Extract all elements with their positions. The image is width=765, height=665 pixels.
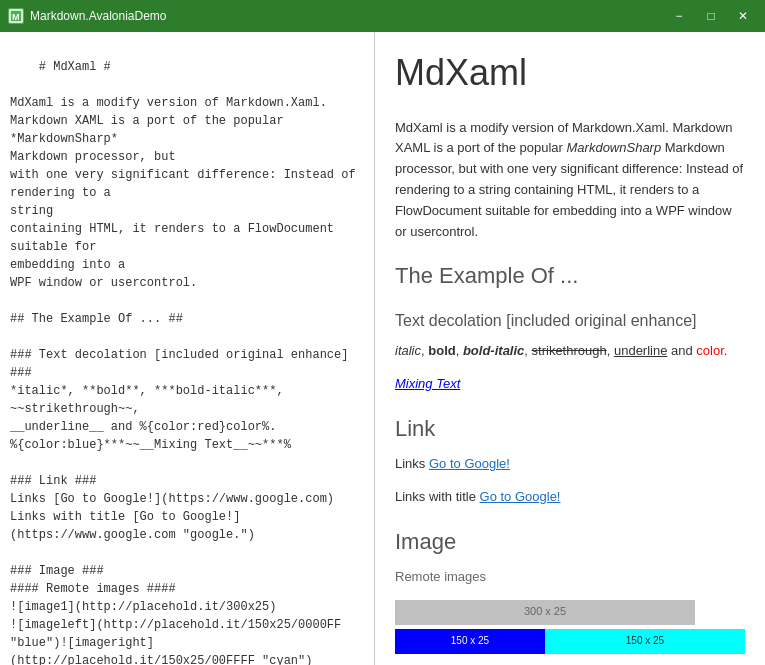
link2-prefix: Links with title bbox=[395, 489, 480, 504]
image-blue-label: 150 x 25 bbox=[451, 633, 489, 649]
image-row-colored: 150 x 25 150 x 25 bbox=[395, 629, 745, 654]
text-bold: bold bbox=[428, 343, 455, 358]
window-controls: − □ ✕ bbox=[665, 6, 757, 26]
link1[interactable]: Go to Google! bbox=[429, 456, 510, 471]
text-and: and bbox=[667, 343, 696, 358]
intro-paragraph: MdXaml is a modify version of Markdown.X… bbox=[395, 118, 745, 243]
link-paragraph-2: Links with title Go to Google! bbox=[395, 487, 745, 508]
rendered-h2-link: Link bbox=[395, 411, 745, 446]
image-cyan-label: 150 x 25 bbox=[626, 633, 664, 649]
rendered-h2-example: The Example Of ... bbox=[395, 258, 745, 293]
markdown-source-panel[interactable]: # MdXaml # MdXaml is a modify version of… bbox=[0, 32, 375, 665]
rendered-h1: MdXaml bbox=[395, 44, 745, 102]
svg-text:M: M bbox=[12, 12, 20, 22]
main-content: # MdXaml # MdXaml is a modify version of… bbox=[0, 32, 765, 665]
text-strikethrough: strikethrough bbox=[532, 343, 607, 358]
text-decolation-paragraph: italic, bold, bold-italic, strikethrough… bbox=[395, 341, 745, 362]
minimize-button[interactable]: − bbox=[665, 6, 693, 26]
window-title: Markdown.AvaloniaDemo bbox=[30, 9, 665, 23]
text-comma-2: , bbox=[456, 343, 463, 358]
mixing-text: Mixing Text bbox=[395, 376, 460, 391]
image-blue: 150 x 25 bbox=[395, 629, 545, 654]
rendered-output-panel[interactable]: MdXaml MdXaml is a modify version of Mar… bbox=[375, 32, 765, 665]
intro-markdownsharp: MarkdownSharp bbox=[567, 140, 662, 155]
text-color: color bbox=[696, 343, 723, 358]
text-comma-4: , bbox=[607, 343, 614, 358]
image-300x25: 300 x 25 bbox=[395, 600, 695, 625]
text-bold-italic: bold-italic bbox=[463, 343, 524, 358]
link2[interactable]: Go to Google! bbox=[480, 489, 561, 504]
rendered-h3-text-decolation: Text decolation [included original enhan… bbox=[395, 308, 745, 334]
local-images-label: Local and resource images bbox=[395, 662, 745, 665]
text-comma-3: , bbox=[524, 343, 531, 358]
mixing-text-paragraph: Mixing Text bbox=[395, 374, 745, 395]
title-bar: M Markdown.AvaloniaDemo − □ ✕ bbox=[0, 0, 765, 32]
text-dot: . bbox=[724, 343, 728, 358]
app-icon: M bbox=[8, 8, 24, 24]
maximize-button[interactable]: □ bbox=[697, 6, 725, 26]
close-button[interactable]: ✕ bbox=[729, 6, 757, 26]
markdown-source-text: # MdXaml # MdXaml is a modify version of… bbox=[10, 60, 363, 665]
rendered-h2-image: Image bbox=[395, 524, 745, 559]
image-300x25-label: 300 x 25 bbox=[524, 603, 566, 621]
remote-images-label: Remote images bbox=[395, 567, 745, 588]
text-italic: italic bbox=[395, 343, 421, 358]
link-paragraph-1: Links Go to Google! bbox=[395, 454, 745, 475]
text-underline: underline bbox=[614, 343, 668, 358]
link1-prefix: Links bbox=[395, 456, 429, 471]
image-cyan: 150 x 25 bbox=[545, 629, 745, 654]
